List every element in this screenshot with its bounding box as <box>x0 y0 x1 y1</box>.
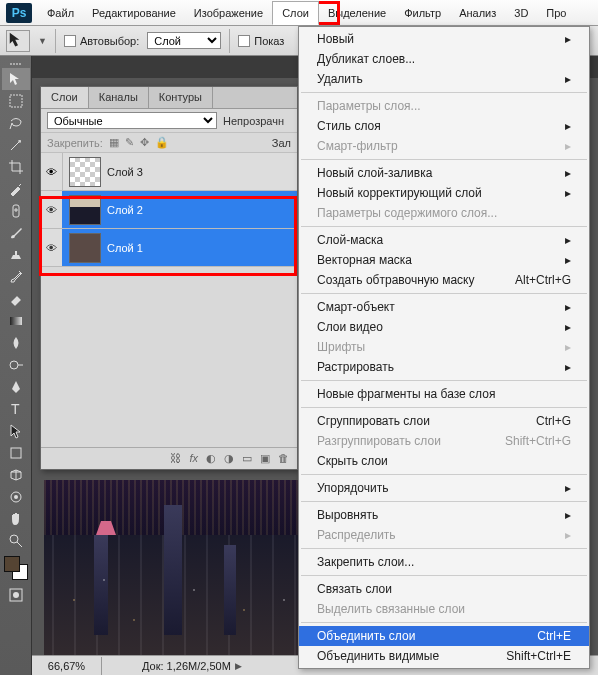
menu-item-слой-маска[interactable]: Слой-маска▸ <box>299 230 589 250</box>
layer-style-icon[interactable]: fx <box>189 452 198 465</box>
brush-tool[interactable] <box>2 222 30 244</box>
opacity-label: Непрозрачн <box>223 115 284 127</box>
show-transform-checkbox[interactable]: Показ <box>238 35 284 47</box>
layer-row[interactable]: 👁 Слой 3 <box>41 153 297 191</box>
delete-layer-icon[interactable]: 🗑 <box>278 452 289 465</box>
menu-select[interactable]: Выделение <box>319 2 395 24</box>
menu-truncated[interactable]: Про <box>537 2 575 24</box>
layer-thumbnail[interactable] <box>69 157 101 187</box>
3d-tool[interactable] <box>2 464 30 486</box>
menu-layers[interactable]: Слои <box>272 1 319 25</box>
menu-file[interactable]: Файл <box>38 2 83 24</box>
menu-3d[interactable]: 3D <box>505 2 537 24</box>
foreground-background-colors[interactable] <box>4 556 28 580</box>
blend-mode-select[interactable]: Обычные <box>47 112 217 129</box>
zoom-level[interactable]: 66,67% <box>32 657 102 675</box>
menu-item-новые-фрагменты-на-базе-слоя[interactable]: Новые фрагменты на базе слоя <box>299 384 589 404</box>
marquee-tool[interactable] <box>2 90 30 112</box>
eraser-tool[interactable] <box>2 288 30 310</box>
blur-tool[interactable] <box>2 332 30 354</box>
menu-item-векторная-маска[interactable]: Векторная маска▸ <box>299 250 589 270</box>
layer-group-icon[interactable]: ▭ <box>242 452 252 465</box>
svg-point-11 <box>13 592 19 598</box>
healing-brush-tool[interactable] <box>2 200 30 222</box>
menu-item-слои-видео[interactable]: Слои видео▸ <box>299 317 589 337</box>
menu-item-сгруппировать-слои[interactable]: Сгруппировать слоиCtrl+G <box>299 411 589 431</box>
document-canvas[interactable] <box>44 480 314 655</box>
menu-item-объединить-слои[interactable]: Объединить слоиCtrl+E <box>299 626 589 646</box>
new-layer-icon[interactable]: ▣ <box>260 452 270 465</box>
menu-item-удалить[interactable]: Удалить▸ <box>299 69 589 89</box>
autoselect-label: Автовыбор: <box>80 35 139 47</box>
adjustment-layer-icon[interactable]: ◑ <box>224 452 234 465</box>
menu-filter[interactable]: Фильтр <box>395 2 450 24</box>
menu-item-упорядочить[interactable]: Упорядочить▸ <box>299 478 589 498</box>
layers-panel: Слои Каналы Контуры Обычные Непрозрачн З… <box>40 86 298 470</box>
menu-separator <box>301 548 587 549</box>
menu-item-разгруппировать-слои: Разгруппировать слоиShift+Ctrl+G <box>299 431 589 451</box>
dodge-tool[interactable] <box>2 354 30 376</box>
layer-name[interactable]: Слой 3 <box>107 166 143 178</box>
tool-preset-picker[interactable] <box>6 30 30 52</box>
type-tool[interactable]: T <box>2 398 30 420</box>
menu-item-дубликат-слоев[interactable]: Дубликат слоев... <box>299 49 589 69</box>
menu-analysis[interactable]: Анализ <box>450 2 505 24</box>
menu-item-растрировать[interactable]: Растрировать▸ <box>299 357 589 377</box>
quick-mask-toggle[interactable] <box>2 584 30 606</box>
zoom-tool[interactable] <box>2 530 30 552</box>
menu-image[interactable]: Изображение <box>185 2 272 24</box>
layer-name[interactable]: Слой 2 <box>107 204 143 216</box>
document-info[interactable]: Док: 1,26M/2,50M <box>102 660 231 672</box>
shape-tool[interactable] <box>2 442 30 464</box>
3d-camera-tool[interactable] <box>2 486 30 508</box>
menu-item-скрыть-слои[interactable]: Скрыть слои <box>299 451 589 471</box>
path-selection-tool[interactable] <box>2 420 30 442</box>
clone-stamp-tool[interactable] <box>2 244 30 266</box>
show-label: Показ <box>254 35 284 47</box>
menu-separator <box>301 575 587 576</box>
menu-separator <box>301 226 587 227</box>
autoselect-checkbox[interactable]: Автовыбор: <box>64 35 139 47</box>
eyedropper-tool[interactable] <box>2 178 30 200</box>
layer-name[interactable]: Слой 1 <box>107 242 143 254</box>
svg-point-9 <box>10 535 18 543</box>
layer-thumbnail[interactable] <box>69 233 101 263</box>
tab-paths[interactable]: Контуры <box>149 87 213 108</box>
layer-row[interactable]: 👁 Слой 2 <box>41 191 297 229</box>
menu-item-связать-слои[interactable]: Связать слои <box>299 579 589 599</box>
menu-item-новый-корректирующий-слой[interactable]: Новый корректирующий слой▸ <box>299 183 589 203</box>
layer-row[interactable]: 👁 Слой 1 <box>41 229 297 267</box>
menu-item-смарт-объект[interactable]: Смарт-объект▸ <box>299 297 589 317</box>
layer-thumbnail[interactable] <box>69 195 101 225</box>
menu-item-создать-обтравочную-маску[interactable]: Создать обтравочную маскуAlt+Ctrl+G <box>299 270 589 290</box>
gradient-tool[interactable] <box>2 310 30 332</box>
pen-tool[interactable] <box>2 376 30 398</box>
menu-edit[interactable]: Редактирование <box>83 2 185 24</box>
menu-item-стиль-слоя[interactable]: Стиль слоя▸ <box>299 116 589 136</box>
lock-pixels-icon[interactable]: ✎ <box>125 136 134 149</box>
history-brush-tool[interactable] <box>2 266 30 288</box>
autoselect-target[interactable]: Слой <box>147 32 221 49</box>
tools-toolbar: T <box>0 56 32 675</box>
move-tool[interactable] <box>2 68 30 90</box>
lock-position-icon[interactable]: ✥ <box>140 136 149 149</box>
lasso-tool[interactable] <box>2 112 30 134</box>
menu-item-выровнять[interactable]: Выровнять▸ <box>299 505 589 525</box>
hand-tool[interactable] <box>2 508 30 530</box>
menu-item-новый-слой-заливка[interactable]: Новый слой-заливка▸ <box>299 163 589 183</box>
visibility-toggle[interactable]: 👁 <box>41 153 63 190</box>
link-layers-icon[interactable]: ⛓ <box>170 452 181 465</box>
visibility-toggle[interactable]: 👁 <box>41 191 63 228</box>
lock-all-icon[interactable]: 🔒 <box>155 136 169 149</box>
magic-wand-tool[interactable] <box>2 134 30 156</box>
tab-layers[interactable]: Слои <box>41 87 89 108</box>
menu-separator <box>301 159 587 160</box>
visibility-toggle[interactable]: 👁 <box>41 229 63 266</box>
menu-item-закрепить-слои[interactable]: Закрепить слои... <box>299 552 589 572</box>
layer-mask-icon[interactable]: ◐ <box>206 452 216 465</box>
crop-tool[interactable] <box>2 156 30 178</box>
lock-transparency-icon[interactable]: ▦ <box>109 136 119 149</box>
menu-item-новый[interactable]: Новый▸ <box>299 29 589 49</box>
tab-channels[interactable]: Каналы <box>89 87 149 108</box>
menu-item-объединить-видимые[interactable]: Объединить видимыеShift+Ctrl+E <box>299 646 589 666</box>
